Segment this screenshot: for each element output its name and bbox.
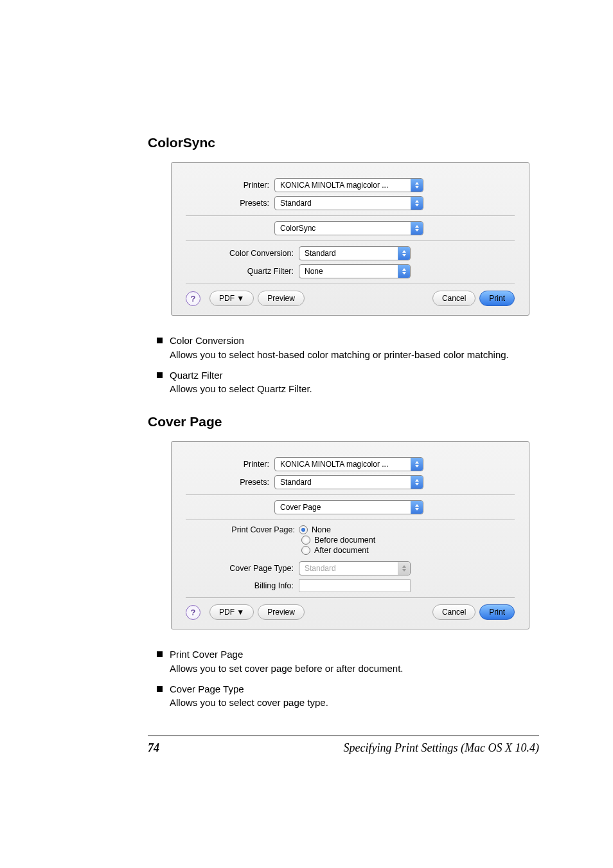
print-button[interactable]: Print <box>479 604 515 620</box>
presets-select[interactable]: Standard <box>274 475 423 489</box>
select-arrows-icon <box>411 458 423 471</box>
covertype-select: Standard <box>299 561 411 575</box>
section-heading-coverpage: Cover Page <box>148 414 539 429</box>
billing-input[interactable] <box>299 579 411 592</box>
select-arrows-icon <box>411 476 423 489</box>
help-button[interactable]: ? <box>186 291 200 306</box>
radio-none[interactable] <box>299 525 308 534</box>
radio-before[interactable] <box>301 536 310 545</box>
pdf-button[interactable]: PDF ▼ <box>209 604 254 620</box>
help-button[interactable]: ? <box>186 605 200 620</box>
item-desc: Allows you to select host-based color ma… <box>170 348 539 362</box>
page-footer: 74 Specifying Print Settings (Mac OS X 1… <box>148 736 539 755</box>
printer-label: Printer: <box>186 460 274 469</box>
print-button[interactable]: Print <box>479 291 515 306</box>
pane-select[interactable]: ColorSync <box>274 221 423 235</box>
preview-button[interactable]: Preview <box>258 291 305 306</box>
pane-select[interactable]: Cover Page <box>274 500 423 514</box>
divider <box>186 240 515 241</box>
preview-button[interactable]: Preview <box>258 604 305 620</box>
coverpage-description-list: Print Cover Page Allows you to set cover… <box>148 647 539 710</box>
quartz-select[interactable]: None <box>299 264 411 278</box>
divider <box>186 284 515 284</box>
page-number: 74 <box>148 741 199 755</box>
select-arrows-icon <box>398 247 410 260</box>
radio-before-label: Before document <box>314 536 375 545</box>
list-item: Print Cover Page Allows you to set cover… <box>148 647 539 676</box>
printer-label: Printer: <box>186 181 274 190</box>
colorconv-select[interactable]: Standard <box>299 246 411 260</box>
cancel-button[interactable]: Cancel <box>432 291 475 306</box>
colorsync-dialog: Printer: KONICA MINOLTA magicolor ... Pr… <box>171 162 529 316</box>
presets-select-value: Standard <box>275 199 411 208</box>
radio-after[interactable] <box>301 546 310 555</box>
printcover-label: Print Cover Page: <box>186 525 299 534</box>
item-title: Color Conversion <box>170 334 539 348</box>
presets-label: Presets: <box>186 199 274 208</box>
printer-select-value: KONICA MINOLTA magicolor ... <box>275 181 411 190</box>
select-arrows-icon <box>411 501 423 514</box>
pdf-button[interactable]: PDF ▼ <box>209 291 254 306</box>
divider <box>186 597 515 598</box>
printer-select[interactable]: KONICA MINOLTA magicolor ... <box>274 457 423 471</box>
covertype-label: Cover Page Type: <box>186 564 299 573</box>
printer-select[interactable]: KONICA MINOLTA magicolor ... <box>274 178 423 192</box>
item-title: Cover Page Type <box>170 682 539 696</box>
cancel-button[interactable]: Cancel <box>432 604 475 620</box>
item-title: Quartz Filter <box>170 368 539 383</box>
select-arrows-icon <box>411 197 423 210</box>
pane-select-value: ColorSync <box>275 224 411 233</box>
footer-title: Specifying Print Settings (Mac OS X 10.4… <box>199 741 539 755</box>
item-title: Print Cover Page <box>170 647 539 662</box>
select-arrows-icon <box>398 562 410 575</box>
list-item: Color Conversion Allows you to select ho… <box>148 334 539 362</box>
select-arrows-icon <box>411 222 423 235</box>
covertype-value: Standard <box>299 564 398 573</box>
item-desc: Allows you to select Quartz Filter. <box>170 382 539 396</box>
printer-select-value: KONICA MINOLTA magicolor ... <box>275 460 411 469</box>
colorconv-value: Standard <box>299 249 398 258</box>
colorconv-label: Color Conversion: <box>186 249 299 258</box>
list-item: Quartz Filter Allows you to select Quart… <box>148 368 539 397</box>
section-heading-colorsync: ColorSync <box>148 135 539 150</box>
presets-select-value: Standard <box>275 478 411 487</box>
list-item: Cover Page Type Allows you to select cov… <box>148 682 539 710</box>
select-arrows-icon <box>411 179 423 192</box>
radio-none-label: None <box>312 525 331 534</box>
quartz-label: Quartz Filter: <box>186 267 299 276</box>
quartz-value: None <box>299 267 398 276</box>
divider <box>186 520 515 520</box>
presets-label: Presets: <box>186 478 274 487</box>
billing-label: Billing Info: <box>186 581 299 590</box>
divider <box>186 215 515 216</box>
divider <box>186 494 515 495</box>
radio-after-label: After document <box>314 546 369 555</box>
coverpage-dialog: Printer: KONICA MINOLTA magicolor ... Pr… <box>171 441 529 629</box>
item-desc: Allows you to select cover page type. <box>170 696 539 710</box>
item-desc: Allows you to set cover page before or a… <box>170 662 539 676</box>
select-arrows-icon <box>398 265 410 278</box>
presets-select[interactable]: Standard <box>274 196 423 210</box>
colorsync-description-list: Color Conversion Allows you to select ho… <box>148 334 539 396</box>
pane-select-value: Cover Page <box>275 503 411 512</box>
